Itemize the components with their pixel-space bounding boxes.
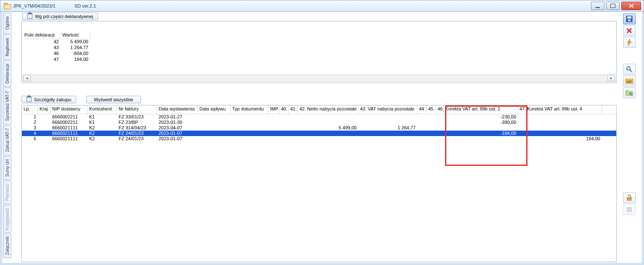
col-header[interactable]: 41.	[289, 105, 298, 114]
purchase-details-button[interactable]: Szczegóły zakupu	[21, 96, 76, 103]
decl-head-pole: Pole deklaracji	[23, 31, 61, 39]
svg-rect-8	[627, 207, 631, 212]
right-toolbar: VAT	[618, 13, 640, 215]
maximize-button[interactable]	[606, 2, 620, 10]
vtab-ksi-gowo-: Księgowość	[3, 205, 11, 233]
svg-rect-7	[627, 197, 631, 200]
lightning-button[interactable]	[623, 37, 636, 48]
table-row[interactable]: 36660021111K2FZ 314/04/232023-04-075 499…	[22, 125, 616, 131]
col-header[interactable]: IMP	[268, 105, 279, 114]
table-row[interactable]: 26660002211K1FZ 23/BP2023-01-30-390,00	[22, 120, 616, 125]
lock-button[interactable]	[623, 192, 636, 203]
decl-head-wartosc: Wartość	[61, 31, 90, 39]
tag-icon	[626, 207, 632, 213]
show-all-button[interactable]: Wyświetl wszystkie	[86, 96, 141, 103]
decl-header: Pole deklaracji Wartość	[23, 31, 90, 39]
col-header[interactable]: 40.	[279, 105, 289, 114]
vtab-p-atno-ci: Płatności	[3, 181, 11, 204]
floppy-icon	[626, 16, 633, 22]
search-button[interactable]	[623, 64, 636, 75]
col-header[interactable]: Kraj	[38, 105, 50, 114]
close-icon	[628, 3, 634, 8]
grid-body: 16660002211K1FZ 33/01/232023-01-27-230,0…	[22, 114, 616, 142]
vertical-tabs: OgólneNagłówekDeklaracjaSprzedaż VAT-7Za…	[3, 13, 12, 262]
show-all-label: Wyświetl wszystkie	[94, 97, 133, 102]
vtab-zakup-vat-7[interactable]: Zakup VAT-7	[3, 125, 11, 155]
col-header[interactable]: 43. VAT nabycia pozostałe	[358, 105, 417, 114]
x-red-icon	[626, 28, 632, 34]
decl-hscroll[interactable]: ◂ ▸	[23, 74, 615, 82]
table-row[interactable]: 46660021111K2FZ 24/01/232023-01-07-184,0…	[22, 131, 616, 136]
magnifier-icon	[626, 66, 633, 73]
col-header[interactable]: 46. Korekta VAT art. 89b ust. 1	[436, 105, 518, 114]
col-header[interactable]: Lp.	[22, 105, 38, 114]
vtab-nag-wek[interactable]: Nagłówek	[3, 34, 11, 60]
vat-button[interactable]: VAT	[623, 76, 636, 87]
vat-icon: VAT	[625, 78, 633, 84]
folder-icon	[4, 3, 11, 9]
vtab-sumy-ctrl[interactable]: Sumy ctrl	[3, 156, 11, 180]
purchase-buttons: Szczegóły zakupu Wyświetl wszystkie	[21, 96, 141, 105]
decl-row: 47184,00	[23, 57, 90, 63]
col-header[interactable]: 45.	[427, 105, 436, 114]
table-row[interactable]: 56660021111K2FZ 24/01/232023-01-07184,00	[22, 136, 616, 142]
col-header[interactable]: 47. Korekta VAT art. 89b ust. 4	[518, 105, 602, 114]
close-button[interactable]	[621, 2, 641, 10]
col-header[interactable]: 44	[417, 105, 427, 114]
folder-search-icon	[625, 89, 633, 96]
lightning-icon	[626, 39, 632, 46]
svg-point-3	[627, 67, 630, 70]
scroll-left-icon[interactable]: ◂	[23, 75, 31, 81]
decl-row: 431 264,77	[23, 45, 90, 51]
tag-button[interactable]	[623, 204, 636, 215]
decl-row: 425 499,00	[23, 39, 90, 45]
purchase-grid[interactable]: Lp.KrajNIP dostawcyKontrahentNr fakturyD…	[21, 105, 617, 262]
minimize-button[interactable]	[591, 2, 604, 10]
save-button[interactable]	[623, 13, 636, 24]
home-icon	[27, 14, 32, 19]
lock-open-icon	[626, 194, 633, 201]
folder-search-button[interactable]	[623, 87, 636, 98]
declaration-pane: Pole deklaracji Wartość 425 499,00431 26…	[21, 21, 617, 83]
vtab-za-czniki[interactable]: Załączniki	[3, 234, 11, 258]
col-header[interactable]: NIP dostawcy	[50, 105, 87, 114]
window-title: JPK_V7M/04/2023/1	[13, 3, 56, 8]
decl-row: 46-804,00	[23, 51, 90, 57]
purchase-details-label: Szczegóły zakupu	[34, 97, 72, 102]
svg-rect-1	[627, 16, 631, 18]
home-icon	[27, 97, 32, 102]
vtab-sprzeda-vat-7[interactable]: Sprzedaż VAT-7	[3, 87, 11, 124]
col-header[interactable]: 42. Netto nabycia pozostałe	[298, 105, 358, 114]
col-header[interactable]: Data wystawienia	[157, 105, 198, 114]
vtab-og-lne[interactable]: Ogólne	[3, 13, 11, 34]
col-header[interactable]: Nr faktury	[117, 105, 157, 114]
col-header[interactable]: Data wpływu	[198, 105, 231, 114]
table-row[interactable]: 16660002211K1FZ 33/01/232023-01-27-230,0…	[22, 114, 616, 120]
col-header[interactable]: Kontrahent	[87, 105, 117, 114]
grid-header: Lp.KrajNIP dostawcyKontrahentNr fakturyD…	[22, 105, 616, 114]
scroll-right-icon[interactable]: ▸	[607, 75, 615, 81]
decl-rows: 425 499,00431 264,7746-804,0047184,00	[23, 39, 90, 63]
window-version: SD ver.2.1	[74, 3, 96, 8]
delete-button[interactable]	[623, 25, 636, 36]
vtab-deklaracja[interactable]: Deklaracja	[3, 60, 11, 87]
decl-fields-button[interactable]: Wg pól części deklaratywnej	[22, 13, 98, 20]
decl-fields-label: Wg pól części deklaratywnej	[35, 14, 93, 19]
titlebar: JPK_V7M/04/2023/1 SD ver.2.1	[0, 0, 644, 12]
svg-text:VAT: VAT	[627, 80, 633, 83]
col-header[interactable]: Typ dokumentu	[231, 105, 268, 114]
svg-rect-2	[628, 19, 631, 21]
